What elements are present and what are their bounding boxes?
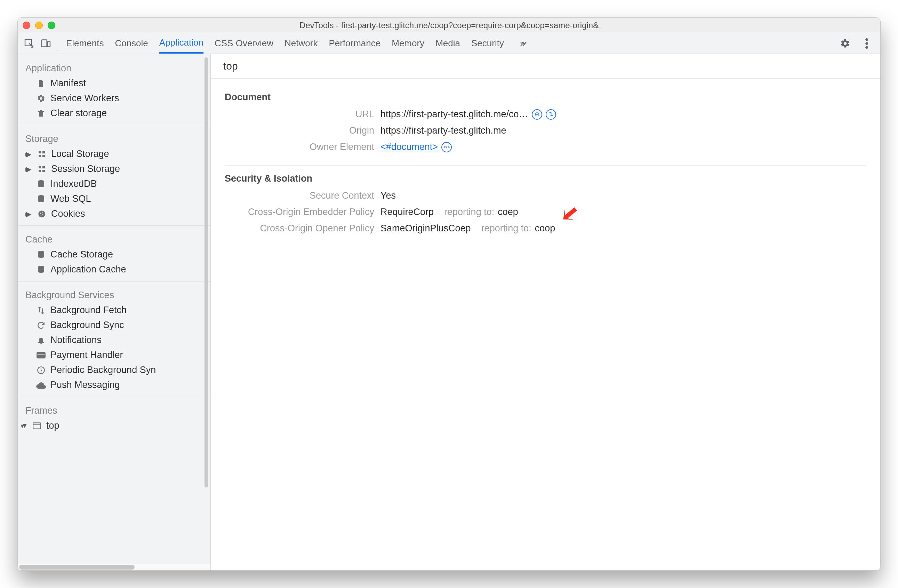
reporting-to-label: reporting to: bbox=[481, 223, 531, 234]
detail-value: https://first-party-test.glitch.me bbox=[380, 125, 506, 136]
detail-key: Cross-Origin Embedder Policy bbox=[224, 207, 374, 217]
db-icon bbox=[36, 265, 46, 275]
sidebar-horizontal-scrollbar[interactable] bbox=[18, 564, 211, 570]
svg-point-4 bbox=[865, 42, 868, 45]
tab-security[interactable]: Security bbox=[471, 33, 504, 54]
detail-key: Cross-Origin Opener Policy bbox=[224, 223, 374, 234]
more-tabs-icon[interactable]: » bbox=[516, 37, 529, 50]
sidebar-item-application-cache[interactable]: Application Cache bbox=[18, 262, 211, 277]
sidebar-item-background-fetch[interactable]: Background Fetch bbox=[18, 303, 211, 318]
more-options-icon[interactable] bbox=[860, 37, 873, 50]
sidebar-item-label: IndexedDB bbox=[51, 179, 97, 189]
sidebar-item-background-sync[interactable]: Background Sync bbox=[18, 318, 211, 332]
svg-rect-12 bbox=[38, 170, 41, 172]
tab-elements[interactable]: Elements bbox=[66, 33, 104, 54]
detail-row-secure-context: Secure ContextYes bbox=[224, 190, 866, 201]
sidebar-item-notifications[interactable]: Notifications bbox=[18, 332, 211, 348]
detail-value-text: https://first-party-test.glitch.me bbox=[380, 125, 506, 136]
sidebar-item-label: Service Workers bbox=[51, 93, 119, 104]
reporting-to-label: reporting to: bbox=[444, 207, 494, 217]
tab-console[interactable]: Console bbox=[115, 33, 148, 54]
db-icon bbox=[36, 179, 46, 189]
copy-icon[interactable]: ⊖ bbox=[532, 109, 542, 120]
section-heading: Security & Isolation bbox=[224, 173, 866, 184]
tab-network[interactable]: Network bbox=[284, 33, 318, 54]
titlebar: DevTools - first-party-test.glitch.me/co… bbox=[18, 18, 880, 33]
sidebar-item-periodic-background-syn[interactable]: Periodic Background Syn bbox=[18, 363, 211, 377]
code-icon[interactable]: </> bbox=[441, 142, 452, 152]
sidebar-item-label: Background Sync bbox=[51, 320, 124, 331]
sidebar-item-service-workers[interactable]: Service Workers bbox=[18, 91, 211, 106]
sidebar-item-label: Push Messaging bbox=[51, 380, 120, 390]
tab-media[interactable]: Media bbox=[435, 33, 460, 54]
sidebar-item-label: Payment Handler bbox=[51, 350, 123, 360]
sidebar-item-cache-storage[interactable]: Cache Storage bbox=[18, 247, 211, 262]
sidebar-item-top[interactable]: ▼top bbox=[18, 418, 211, 433]
inspect-element-icon[interactable] bbox=[23, 37, 36, 50]
sidebar-item-web-sql[interactable]: Web SQL bbox=[18, 191, 211, 206]
sidebar-group-cache: Cache bbox=[18, 230, 211, 247]
card-icon bbox=[36, 350, 46, 360]
devtools-panel-tabs: ElementsConsoleApplicationCSS OverviewNe… bbox=[18, 33, 880, 54]
window-icon bbox=[32, 421, 42, 431]
detail-value: <#document></> bbox=[380, 142, 452, 152]
sidebar-item-label: Local Storage bbox=[51, 149, 109, 159]
application-sidebar: ApplicationManifestService WorkersClear … bbox=[18, 54, 211, 570]
chevron-right-icon: ▶ bbox=[26, 150, 32, 158]
tab-memory[interactable]: Memory bbox=[392, 33, 424, 54]
svg-point-3 bbox=[865, 38, 868, 41]
settings-icon[interactable] bbox=[838, 37, 852, 50]
grid-icon bbox=[37, 164, 47, 174]
sidebar-item-cookies[interactable]: ▶Cookies bbox=[18, 206, 211, 221]
detail-row-owner-element: Owner Element<#document></> bbox=[224, 142, 866, 152]
detail-value: RequireCorpreporting to: coep bbox=[380, 207, 518, 217]
sidebar-item-label: Cookies bbox=[51, 208, 85, 219]
sidebar-item-session-storage[interactable]: ▶Session Storage bbox=[18, 162, 211, 176]
detail-key: URL bbox=[224, 109, 374, 120]
chevron-right-icon: ▶ bbox=[26, 165, 32, 173]
sidebar-item-label: Background Fetch bbox=[51, 305, 127, 316]
sidebar-item-push-messaging[interactable]: Push Messaging bbox=[18, 377, 211, 393]
cookie-icon bbox=[37, 209, 47, 219]
detail-value-text: https://first-party-test.glitch.me/co… bbox=[380, 109, 528, 120]
tab-performance[interactable]: Performance bbox=[329, 33, 380, 54]
svg-point-20 bbox=[42, 214, 43, 215]
grid-icon bbox=[37, 149, 47, 159]
tab-application[interactable]: Application bbox=[159, 33, 203, 54]
detail-row-url: URLhttps://first-party-test.glitch.me/co… bbox=[224, 109, 866, 120]
device-toolbar-icon[interactable] bbox=[39, 37, 52, 50]
svg-rect-24 bbox=[37, 354, 45, 355]
sidebar-item-clear-storage[interactable]: Clear storage bbox=[18, 106, 211, 121]
sidebar-item-local-storage[interactable]: ▶Local Storage bbox=[18, 146, 211, 162]
detail-row-origin: Originhttps://first-party-test.glitch.me bbox=[224, 125, 866, 136]
sidebar-item-payment-handler[interactable]: Payment Handler bbox=[18, 348, 211, 363]
svg-point-19 bbox=[41, 214, 42, 215]
frame-detail-panel: top DocumentURLhttps://first-party-test.… bbox=[211, 54, 880, 570]
svg-rect-8 bbox=[38, 155, 41, 157]
file-icon bbox=[36, 78, 46, 89]
detail-value: Yes bbox=[380, 190, 396, 201]
svg-rect-26 bbox=[33, 423, 41, 429]
detail-value-text: Yes bbox=[380, 190, 396, 201]
svg-point-17 bbox=[40, 212, 41, 214]
detail-value: SameOriginPlusCoepreporting to: coop bbox=[380, 223, 555, 234]
sidebar-group-application: Application bbox=[18, 59, 211, 76]
sidebar-item-label: Manifest bbox=[51, 78, 86, 89]
svg-rect-13 bbox=[42, 170, 45, 172]
owner-element-link[interactable]: <#document> bbox=[380, 142, 438, 152]
sidebar-item-label: top bbox=[46, 420, 60, 431]
sync-icon bbox=[36, 320, 46, 331]
sidebar-item-label: Clear storage bbox=[51, 108, 107, 119]
sidebar-item-label: Cache Storage bbox=[51, 249, 113, 260]
detail-value-text: SameOriginPlusCoep bbox=[380, 223, 471, 234]
sidebar-item-label: Notifications bbox=[51, 335, 101, 345]
sidebar-item-manifest[interactable]: Manifest bbox=[18, 76, 211, 91]
reveal-icon[interactable]: ⇅ bbox=[546, 109, 556, 120]
svg-point-5 bbox=[865, 46, 868, 49]
sidebar-vertical-scrollbar[interactable] bbox=[203, 57, 209, 546]
tab-css-overview[interactable]: CSS Overview bbox=[215, 33, 274, 54]
reporting-to-target: coep bbox=[498, 207, 518, 217]
trash-icon bbox=[36, 108, 46, 119]
window-title: DevTools - first-party-test.glitch.me/co… bbox=[18, 20, 880, 30]
sidebar-item-indexeddb[interactable]: IndexedDB bbox=[18, 176, 211, 191]
